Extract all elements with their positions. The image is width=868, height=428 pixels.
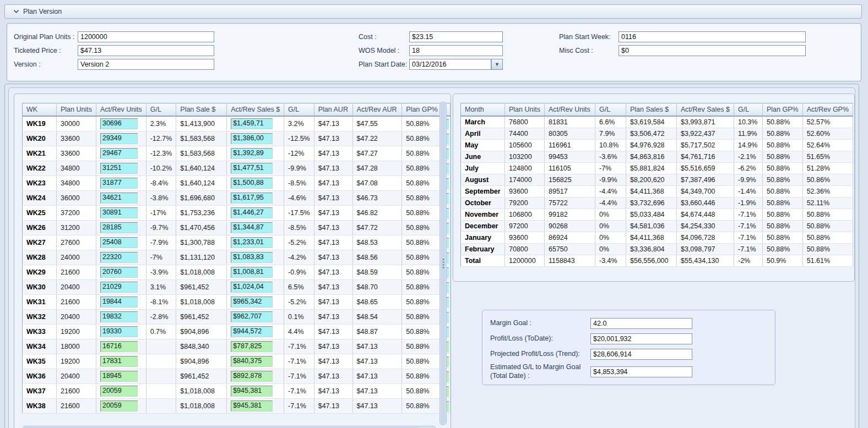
act-rev-sales-input[interactable]: $944,572 (231, 326, 273, 337)
cell: $840,375 (227, 354, 284, 369)
act-rev-sales-input[interactable]: $892,878 (231, 371, 273, 382)
plan-aur-cell: $47.13 (314, 235, 352, 250)
plan-gp-cell: 50.88% (762, 162, 802, 174)
vertical-scrollbar-thumb[interactable] (441, 103, 446, 424)
estimated-gl-margin-goal-input[interactable] (590, 366, 692, 377)
week-table-horizontal-scrollbar[interactable] (22, 426, 436, 428)
version-input[interactable] (78, 59, 214, 70)
month-row: April74400803057.9%$3,506,472$3,922,4371… (461, 128, 853, 139)
cell: $962,707 (227, 309, 284, 324)
act-rev-sales-input[interactable]: $945,381 (231, 400, 273, 411)
act-rev-units-input[interactable]: 19844 (100, 297, 138, 308)
cost-input[interactable] (409, 31, 503, 42)
act-rev-sales-input[interactable]: $840,375 (231, 356, 273, 367)
act-rev-sales-input[interactable]: $1,392,89 (231, 148, 273, 159)
act-rev-sales-input[interactable]: $1,500,88 (231, 178, 273, 189)
act-rev-units-input[interactable]: 30696 (100, 118, 138, 129)
gl-units-cell: -12.3% (146, 146, 176, 161)
plan-start-date-dropdown-button[interactable]: ▼ (491, 59, 503, 70)
act-rev-sales-input[interactable]: $1,233,01 (231, 237, 273, 248)
plan-gp-cell: 50.88% (402, 146, 442, 161)
month-row: December97200902680%$4,581,036$4,254,330… (461, 220, 853, 232)
act-rev-units-input[interactable]: 29467 (100, 148, 138, 159)
plan-sales-cell: $4,411,368 (626, 232, 676, 243)
gl-units-cell: -7% (146, 250, 176, 265)
plan-sale-cell: $1,300,788 (176, 235, 227, 250)
act-rev-units-input[interactable]: 31877 (100, 178, 138, 189)
plan-version-accordion-header[interactable]: Plan Version (4, 4, 862, 19)
week-label-cell: WK35 (23, 354, 57, 369)
plan-gp-cell: 50.88% (402, 205, 442, 220)
plan-gp-cell: 50.88% (402, 354, 442, 369)
gl-sales-cell: -5.2% (284, 235, 314, 250)
plan-units-cell: 20400 (56, 369, 96, 383)
profit-loss-todate-input[interactable] (590, 333, 692, 344)
gl-sales-cell: -7.1% (734, 208, 762, 220)
act-rev-units-input[interactable]: 19832 (100, 311, 138, 322)
plan-sales-cell: $3,506,472 (626, 128, 676, 139)
act-rev-units-input[interactable]: 22320 (100, 252, 138, 263)
act-rev-units-input[interactable]: 16716 (100, 341, 138, 352)
plan-gp-cell: 50.88% (762, 116, 802, 128)
act-rev-sales-input[interactable]: $1,446,27 (231, 207, 273, 218)
week-grid-panel: WKPlan UnitsAct/Rev UnitsG/LPlan Sale $A… (14, 94, 451, 428)
act-rev-units-input[interactable]: 20059 (100, 400, 138, 411)
gl-units-cell: 0% (595, 220, 626, 232)
act-rev-units-cell: 99453 (544, 151, 595, 162)
plan-aur-cell: $47.13 (314, 294, 352, 309)
month-label-cell: February (461, 243, 505, 255)
act-rev-sales-input[interactable]: $945,381 (231, 386, 273, 397)
act-rev-sales-input[interactable]: $787,825 (231, 341, 273, 352)
cell: 30891 (96, 205, 146, 220)
plan-gp-cell: 50.88% (762, 243, 802, 255)
act-rev-units-input[interactable]: 21029 (100, 282, 138, 293)
projected-profit-loss-input[interactable] (590, 349, 692, 360)
act-rev-sales-input[interactable]: $965,342 (231, 297, 273, 308)
cell: 29467 (96, 146, 146, 161)
week-row: WK3319200193300.7%$904,896$944,5724.4%$4… (23, 324, 451, 339)
act-rev-units-input[interactable]: 18945 (100, 371, 138, 382)
act-rev-units-input[interactable]: 34621 (100, 193, 138, 204)
act-rev-sales-input[interactable]: $1,459,71 (231, 118, 273, 129)
misc-cost-input[interactable] (619, 45, 806, 56)
plan-start-week-input[interactable] (619, 31, 806, 42)
act-rev-units-input[interactable]: 29349 (100, 133, 138, 144)
act-rev-sales-input[interactable]: $1,344,87 (231, 222, 273, 233)
act-rev-units-input[interactable]: 17831 (100, 356, 138, 367)
act-rev-sales-input[interactable]: $1,617,95 (231, 193, 273, 204)
week-table-vertical-scrollbar[interactable] (440, 102, 447, 425)
margin-goal-panel: Margin Goal : Profit/Loss (ToDate): Proj… (482, 310, 775, 385)
act-rev-sales-input[interactable]: $1,386,00 (231, 133, 273, 144)
week-label-cell: WK23 (23, 175, 57, 190)
ticketed-price-label: Ticketed Price : (14, 47, 78, 54)
act-rev-sales-input[interactable]: $1,024,04 (231, 282, 273, 293)
act-rev-units-input[interactable]: 20760 (100, 267, 138, 278)
gl-units-cell: 10.8% (595, 139, 626, 151)
act-rev-sales-input[interactable]: $1,008,81 (231, 267, 273, 278)
act-rev-units-input[interactable]: 28185 (100, 222, 138, 233)
act-rev-sales-input[interactable]: $1,083,83 (231, 252, 273, 263)
plan-units-cell: 93600 (505, 232, 545, 243)
act-rev-sales-input[interactable]: $1,477,51 (231, 163, 273, 174)
act-rev-units-input[interactable]: 20059 (100, 386, 138, 397)
act-rev-units-input[interactable]: 19330 (100, 326, 138, 337)
plan-sales-cell: $4,976,928 (626, 139, 676, 151)
act-rev-units-input[interactable]: 31251 (100, 163, 138, 174)
act-rev-units-cell: 86924 (544, 232, 595, 243)
gl-sales-cell: -6.2% (734, 162, 762, 174)
ticketed-price-input[interactable] (78, 45, 214, 56)
act-rev-sales-input[interactable]: $962,707 (231, 311, 273, 322)
week-label-cell: WK34 (23, 339, 57, 354)
plan-units-cell: 21600 (56, 265, 96, 279)
original-plan-units-input[interactable] (78, 31, 214, 42)
gl-sales-cell: -5.2% (284, 294, 314, 309)
act-rev-units-input[interactable]: 25408 (100, 237, 138, 248)
gl-sales-cell: 10.3% (734, 116, 762, 128)
month-label-cell: May (461, 139, 505, 151)
plan-units-cell: 19200 (56, 354, 96, 369)
margin-goal-input[interactable] (590, 318, 692, 329)
wos-model-input[interactable] (409, 45, 503, 56)
plan-start-date-input[interactable] (409, 59, 491, 70)
plan-units-cell: 27600 (56, 235, 96, 250)
act-rev-units-input[interactable]: 30891 (100, 207, 138, 218)
